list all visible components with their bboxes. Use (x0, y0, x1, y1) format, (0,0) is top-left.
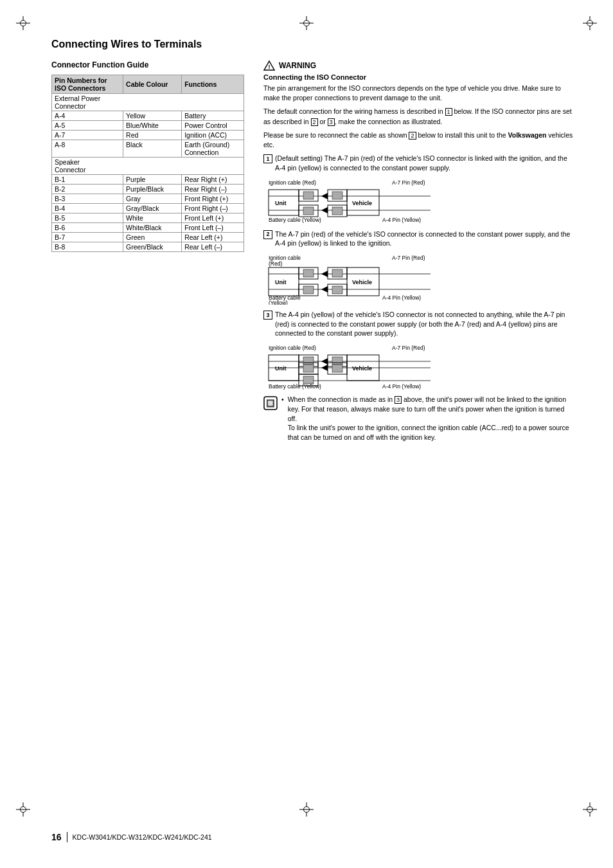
table-row: B-6White/BlackFront Left (–) (52, 223, 244, 233)
page-title: Connecting Wires to Terminals (51, 39, 574, 50)
footer-separator (67, 832, 67, 842)
svg-text:Vehicle: Vehicle (352, 365, 372, 372)
svg-rect-16 (303, 207, 314, 215)
svg-marker-17 (321, 207, 328, 213)
left-column: Connector Function Guide Pin Numbers for… (51, 60, 244, 450)
table-row: A-4YellowBattery (52, 111, 244, 121)
numbered-item-1: 1 (Default setting) The A-7 pin (red) of… (263, 154, 574, 172)
svg-rect-56 (303, 365, 314, 372)
warning-header: ! WARNING (263, 60, 574, 71)
svg-text:Ignition cable (Red): Ignition cable (Red) (269, 345, 316, 351)
svg-text:Vehicle: Vehicle (352, 279, 372, 285)
crop-mark-tr (583, 16, 597, 30)
note-text-1: When the connection is made as in 3 abov… (288, 395, 574, 442)
svg-rect-32 (332, 269, 342, 277)
page-number: 16 (51, 832, 62, 842)
diagram-1: Ignition cable (Red) A-7 Pin (Red) Unit (263, 178, 574, 224)
col-header-colour: Cable Colour (123, 75, 182, 94)
svg-text:Vehicle: Vehicle (352, 200, 372, 206)
iso-section-title: Connecting the ISO Connector (263, 73, 574, 81)
svg-text:A-7 Pin (Red): A-7 Pin (Red) (392, 255, 425, 261)
svg-rect-6 (303, 192, 314, 199)
intro-text-2: The default connection for the wiring ha… (263, 107, 574, 126)
svg-marker-57 (321, 365, 328, 371)
table-row: B-5WhiteFront Left (+) (52, 213, 244, 223)
content-area: Connector Function Guide Pin Numbers for… (51, 60, 574, 450)
table-row: B-1PurpleRear Right (+) (52, 175, 244, 185)
item3-text: The A-4 pin (yellow) of the vehicle's IS… (275, 310, 574, 338)
footer-model: KDC-W3041/KDC-W312/KDC-W241/KDC-241 (73, 833, 212, 841)
warning-title: WARNING (279, 61, 316, 70)
svg-rect-40 (332, 286, 342, 294)
item1-text: (Default setting) The A-7 pin (red) of t… (275, 154, 574, 172)
svg-marker-38 (321, 286, 328, 293)
warning-triangle-icon: ! (263, 60, 275, 71)
svg-text:Battery cable (Yellow): Battery cable (Yellow) (269, 217, 321, 223)
svg-text:A-7 Pin (Red): A-7 Pin (Red) (392, 179, 425, 186)
diagram-1-svg: Ignition cable (Red) A-7 Pin (Red) Unit (263, 178, 469, 224)
table-row: A-8BlackEarth (Ground)Connection (52, 140, 244, 158)
svg-rect-29 (303, 269, 314, 277)
svg-text:Unit: Unit (275, 365, 287, 372)
col-header-pin: Pin Numbers forISO Connectors (52, 75, 123, 94)
intro-text-1: The pin arrangement for the ISO connecto… (263, 84, 574, 103)
svg-text:A-4 Pin (Yellow): A-4 Pin (Yellow) (382, 294, 421, 301)
crop-mark-br (583, 802, 597, 817)
crop-mark-tc (299, 16, 314, 30)
svg-text:🔲: 🔲 (266, 399, 275, 408)
note-bullet-1: • When the connection is made as in 3 ab… (281, 395, 574, 442)
diagram-2-svg: Ignition cable (Red) A-7 Pin (Red) Unit (263, 253, 469, 305)
diagram-3-svg: Ignition cable (Red) A-7 Pin (Red) Unit (263, 343, 469, 390)
crop-mark-tl (16, 16, 30, 30)
numbered-item-3: 3 The A-4 pin (yellow) of the vehicle's … (263, 310, 574, 338)
table-row: A-5Blue/WhitePower Control (52, 121, 244, 131)
crop-mark-bc (299, 802, 314, 817)
svg-marker-7 (321, 193, 328, 199)
table-row: A-7RedIgnition (ACC) (52, 131, 244, 140)
page: Connecting Wires to Terminals Connector … (0, 0, 613, 868)
note-content: • When the connection is made as in 3 ab… (281, 395, 574, 444)
svg-rect-9 (332, 192, 342, 199)
diagram-2: Ignition cable (Red) A-7 Pin (Red) Unit (263, 253, 574, 305)
table-row: B-7GreenRear Left (+) (52, 233, 244, 242)
svg-text:!: ! (269, 64, 271, 70)
svg-rect-59 (332, 365, 342, 372)
svg-marker-30 (321, 271, 328, 277)
svg-rect-53 (332, 357, 342, 365)
svg-rect-19 (332, 207, 342, 215)
page-footer: 16 KDC-W3041/KDC-W312/KDC-W241/KDC-241 (51, 832, 574, 842)
svg-text:(Yellow): (Yellow) (269, 300, 288, 305)
item2-text: The A-7 pin (red) of the vehicle's ISO c… (275, 230, 574, 248)
num-badge-3: 3 (263, 311, 272, 320)
svg-text:A-4 Pin (Yellow): A-4 Pin (Yellow) (382, 383, 421, 390)
numbered-item-2: 2 The A-7 pin (red) of the vehicle's ISO… (263, 230, 574, 248)
note-icon-svg: 🔲 (263, 396, 278, 410)
svg-marker-51 (321, 358, 328, 365)
col-header-functions: Functions (182, 75, 244, 94)
crop-mark-bl (16, 802, 30, 817)
svg-rect-50 (303, 357, 314, 365)
svg-text:A-7 Pin (Red): A-7 Pin (Red) (392, 345, 425, 351)
table-row: B-2Purple/BlackRear Right (–) (52, 185, 244, 194)
svg-text:Unit: Unit (275, 279, 287, 285)
left-section-title: Connector Function Guide (51, 60, 244, 69)
bullet-dot-1: • (281, 395, 284, 442)
svg-rect-37 (303, 286, 314, 294)
note-icon: 🔲 (263, 396, 278, 444)
diagram-3: Ignition cable (Red) A-7 Pin (Red) Unit (263, 343, 574, 390)
svg-text:A-4 Pin (Yellow): A-4 Pin (Yellow) (382, 217, 421, 223)
right-column: ! WARNING Connecting the ISO Connector T… (263, 60, 574, 450)
table-row: SpeakerConnector (52, 158, 244, 175)
table-row: External PowerConnector (52, 94, 244, 111)
note-box: 🔲 • When the connection is made as in 3 … (263, 395, 574, 444)
num-badge-1: 1 (263, 154, 272, 163)
connector-table: Pin Numbers forISO Connectors Cable Colo… (51, 75, 244, 252)
table-row: B-3GrayFront Right (+) (52, 194, 244, 204)
svg-text:Ignition cable (Red): Ignition cable (Red) (269, 179, 316, 186)
svg-text:Unit: Unit (275, 200, 287, 206)
svg-text:Battery cable (Yellow): Battery cable (Yellow) (269, 383, 321, 390)
num-badge-2: 2 (263, 230, 272, 239)
table-row: B-4Gray/BlackFront Right (–) (52, 204, 244, 213)
intro-text-3: Please be sure to reconnect the cable as… (263, 131, 574, 150)
table-row: B-8Green/BlackRear Left (–) (52, 242, 244, 252)
